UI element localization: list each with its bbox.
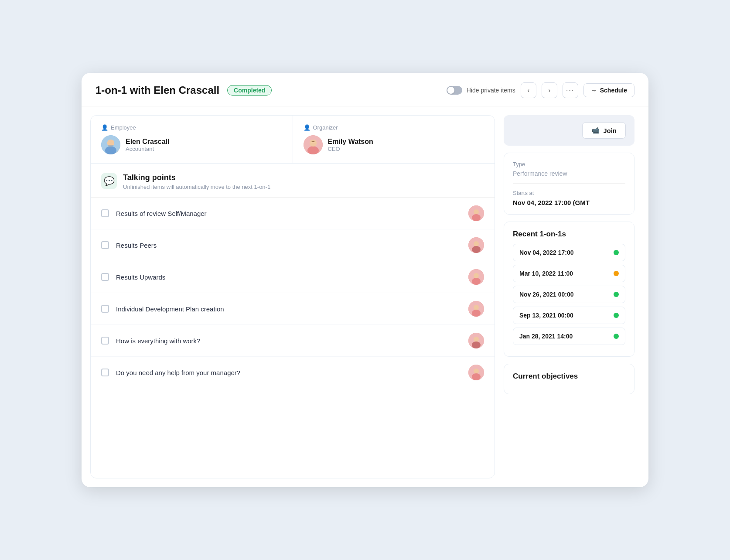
agenda-checkbox-3[interactable] bbox=[101, 273, 109, 281]
recent-date-1: Nov 04, 2022 17:00 bbox=[519, 249, 574, 256]
employee-details: Elen Crascall Accountant bbox=[126, 138, 170, 152]
recent-date-3: Nov 26, 2021 00:00 bbox=[519, 291, 574, 298]
agenda-item: How is everything with work? bbox=[91, 325, 495, 357]
page-title: 1-on-1 with Elen Crascall bbox=[96, 84, 219, 96]
schedule-label: Schedule bbox=[600, 87, 627, 94]
agenda-item: Do you need any help from your manager? bbox=[91, 357, 495, 388]
toggle-container: Hide private items bbox=[447, 86, 515, 95]
recent-card: Recent 1-on-1s Nov 04, 2022 17:00 Mar 10… bbox=[504, 222, 634, 357]
agenda-text-3: Results Upwards bbox=[116, 273, 461, 281]
organizer-card: 👤 Organizer bbox=[293, 116, 495, 163]
agenda-text-6: Do you need any help from your manager? bbox=[116, 369, 461, 376]
agenda-item: Results Peers bbox=[91, 229, 495, 261]
recent-status-2 bbox=[614, 271, 619, 276]
svg-point-15 bbox=[474, 273, 479, 278]
talking-points-subtitle: Unfinished items will automatically move… bbox=[123, 184, 270, 190]
agenda-checkbox-1[interactable] bbox=[101, 209, 109, 217]
status-badge: Completed bbox=[227, 85, 272, 96]
recent-status-3 bbox=[614, 292, 619, 297]
organizer-person-icon: 👤 bbox=[304, 124, 310, 131]
join-button[interactable]: 📹 Join bbox=[582, 122, 626, 139]
agenda-avatar-2 bbox=[468, 237, 484, 253]
starts-label: Starts at bbox=[513, 190, 625, 196]
recent-item-2[interactable]: Mar 10, 2022 11:00 bbox=[513, 265, 625, 282]
svg-point-25 bbox=[472, 373, 481, 380]
agenda-item: Results of review Self/Manager bbox=[91, 198, 495, 229]
agenda-avatar-1 bbox=[468, 205, 484, 221]
agenda-checkbox-4[interactable] bbox=[101, 305, 109, 313]
agenda-avatar-3 bbox=[468, 269, 484, 285]
hide-private-label: Hide private items bbox=[467, 87, 515, 94]
svg-point-9 bbox=[474, 209, 479, 215]
agenda-checkbox-5[interactable] bbox=[101, 337, 109, 345]
app-container: 1-on-1 with Elen Crascall Completed Hide… bbox=[82, 73, 648, 487]
chat-icon: 💬 bbox=[104, 176, 115, 186]
agenda-checkbox-2[interactable] bbox=[101, 241, 109, 249]
agenda-text-4: Individual Development Plan creation bbox=[116, 305, 461, 313]
agenda-list: Results of review Self/Manager Results P… bbox=[91, 198, 495, 478]
svg-point-7 bbox=[310, 140, 317, 147]
current-objectives-card: Current objectives bbox=[504, 364, 634, 394]
type-label: Type bbox=[513, 161, 625, 167]
recent-item-3[interactable]: Nov 26, 2021 00:00 bbox=[513, 286, 625, 303]
nav-prev-button[interactable]: ‹ bbox=[521, 82, 536, 98]
type-value: Performance review bbox=[513, 170, 625, 177]
agenda-item: Results Upwards bbox=[91, 261, 495, 293]
svg-point-18 bbox=[474, 305, 479, 310]
svg-point-21 bbox=[474, 337, 479, 342]
agenda-avatar-4 bbox=[468, 301, 484, 317]
organizer-role-label: 👤 Organizer bbox=[304, 124, 484, 131]
agenda-avatar-5 bbox=[468, 333, 484, 348]
more-button[interactable]: ··· bbox=[563, 82, 578, 98]
recent-status-4 bbox=[614, 313, 619, 318]
recent-item-5[interactable]: Jan 28, 2021 14:00 bbox=[513, 328, 625, 345]
info-card: Type Performance review Starts at Nov 04… bbox=[504, 153, 634, 215]
private-items-toggle[interactable] bbox=[447, 86, 462, 95]
chat-icon-box: 💬 bbox=[101, 173, 117, 189]
recent-item-1[interactable]: Nov 04, 2022 17:00 bbox=[513, 244, 625, 261]
employee-card: 👤 Employee bbox=[91, 116, 293, 163]
talking-points-title: Talking points bbox=[123, 173, 270, 182]
current-objectives-title: Current objectives bbox=[513, 372, 625, 381]
employee-role-text: Employee bbox=[111, 124, 136, 131]
employee-title: Accountant bbox=[126, 146, 170, 152]
main-content: 👤 Employee bbox=[82, 106, 648, 487]
svg-point-13 bbox=[472, 246, 481, 253]
recent-date-4: Sep 13, 2021 00:00 bbox=[519, 312, 573, 319]
organizer-avatar-img bbox=[304, 135, 323, 154]
toggle-knob bbox=[447, 87, 454, 94]
dots-icon: ··· bbox=[566, 86, 574, 94]
recent-item-4[interactable]: Sep 13, 2021 00:00 bbox=[513, 307, 625, 324]
svg-point-16 bbox=[472, 278, 481, 285]
talking-points-header: 💬 Talking points Unfinished items will a… bbox=[91, 164, 495, 198]
svg-point-10 bbox=[472, 214, 481, 221]
organizer-avatar bbox=[304, 135, 323, 154]
right-panel: 📹 Join Type Performance review Starts at… bbox=[504, 115, 634, 478]
people-section: 👤 Employee bbox=[91, 116, 495, 164]
recent-date-5: Jan 28, 2021 14:00 bbox=[519, 333, 573, 340]
chevron-right-icon: › bbox=[548, 87, 550, 94]
employee-info: Elen Crascall Accountant bbox=[101, 135, 282, 154]
join-card: 📹 Join bbox=[504, 115, 634, 146]
recent-title: Recent 1-on-1s bbox=[513, 230, 625, 239]
recent-date-2: Mar 10, 2022 11:00 bbox=[519, 270, 573, 277]
nav-next-button[interactable]: › bbox=[542, 82, 557, 98]
chevron-left-icon: ‹ bbox=[527, 87, 529, 94]
join-label: Join bbox=[603, 127, 617, 134]
starts-value: Nov 04, 2022 17:00 (GMT bbox=[513, 199, 625, 206]
agenda-checkbox-6[interactable] bbox=[101, 369, 109, 376]
schedule-button[interactable]: → Schedule bbox=[583, 83, 634, 97]
organizer-details: Emily Watson CEO bbox=[328, 138, 373, 152]
talking-points-info: Talking points Unfinished items will aut… bbox=[123, 173, 270, 190]
recent-status-5 bbox=[614, 334, 619, 339]
arrow-icon: → bbox=[591, 87, 597, 94]
agenda-text-5: How is everything with work? bbox=[116, 337, 461, 345]
left-panel: 👤 Employee bbox=[90, 115, 495, 478]
svg-point-24 bbox=[474, 369, 479, 374]
header-controls: Hide private items ‹ › ··· → Schedule bbox=[447, 82, 634, 98]
svg-point-12 bbox=[474, 241, 479, 246]
employee-person-icon: 👤 bbox=[101, 124, 108, 131]
agenda-avatar-6 bbox=[468, 365, 484, 380]
organizer-title: CEO bbox=[328, 146, 373, 152]
employee-avatar-img bbox=[101, 135, 120, 154]
